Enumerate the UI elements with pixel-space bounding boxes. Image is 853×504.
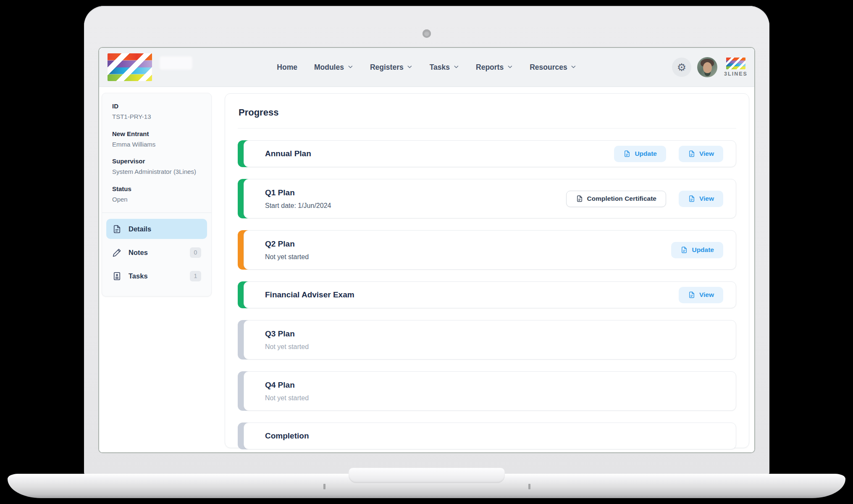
field-value: Open (112, 195, 201, 204)
nav-item-tasks[interactable]: Tasks (430, 63, 459, 72)
base-vent-mark (528, 484, 530, 489)
app-logo (108, 53, 152, 81)
nav-item-home[interactable]: Home (277, 63, 297, 72)
row-title: Annual Plan (265, 149, 311, 158)
chevron-down-icon (453, 63, 459, 72)
detail-field-status: StatusOpen (102, 185, 211, 204)
app-window: HomeModulesRegistersTasksReportsResource… (99, 48, 754, 452)
document-icon (680, 246, 688, 254)
field-value: System Administrator (3Lines) (112, 168, 201, 176)
row-card: Q2 PlanNot yet startedUpdate (244, 230, 736, 270)
laptop-notch (349, 468, 505, 483)
nav-item-label: Modules (314, 63, 344, 72)
sidebar: IDTST1-PRY-13New EntrantEmma WilliamsSup… (99, 87, 225, 452)
update-button[interactable]: Update (614, 146, 666, 162)
divider (238, 128, 736, 129)
document-icon (112, 224, 122, 234)
main-content: Progress Annual PlanUpdateViewQ1 PlanSta… (225, 87, 754, 452)
detail-field-new-entrant: New EntrantEmma Williams (102, 130, 211, 149)
document-icon (688, 291, 696, 299)
row-text: Q1 PlanStart date: 1/Jun/2024 (265, 188, 331, 210)
row-text: Q3 PlanNot yet started (265, 329, 309, 351)
field-label: Supervisor (112, 158, 201, 165)
nav-item-registers[interactable]: Registers (370, 63, 413, 72)
button-label: View (699, 150, 714, 158)
laptop-base (8, 474, 845, 498)
row-text: Financial Adviser Exam (265, 290, 354, 299)
sidebar-item-label: Tasks (129, 272, 148, 280)
progress-row-q4-plan: Q4 PlanNot yet started (238, 371, 736, 411)
brand-3lines: 3LINES (723, 58, 748, 77)
sidebar-item-notes[interactable]: Notes0 (106, 242, 207, 262)
3lines-logo-icon (726, 58, 745, 69)
row-subtitle: Start date: 1/Jun/2024 (265, 202, 331, 210)
view-button[interactable]: View (679, 146, 723, 162)
chevron-down-icon (571, 63, 577, 72)
nav-item-reports[interactable]: Reports (476, 63, 513, 72)
row-subtitle: Not yet started (265, 343, 309, 351)
detail-field-supervisor: SupervisorSystem Administrator (3Lines) (102, 158, 211, 176)
field-label: New Entrant (112, 130, 201, 137)
progress-row-annual-plan: Annual PlanUpdateView (238, 140, 736, 167)
progress-panel: Progress Annual PlanUpdateViewQ1 PlanSta… (225, 93, 749, 448)
row-card: Q3 PlanNot yet started (244, 320, 736, 360)
app-body: IDTST1-PRY-13New EntrantEmma WilliamsSup… (99, 87, 754, 452)
row-title: Q3 Plan (265, 329, 309, 339)
row-buttons: View (679, 287, 723, 303)
progress-row-completion: Completion (238, 423, 736, 449)
row-title: Q2 Plan (265, 239, 309, 249)
view-button[interactable]: View (679, 191, 723, 207)
nav-item-modules[interactable]: Modules (314, 63, 353, 72)
divider (102, 213, 211, 213)
row-card: Completion (244, 423, 736, 449)
document-icon (688, 150, 696, 158)
button-label: View (699, 195, 714, 202)
field-value: TST1-PRY-13 (112, 113, 201, 121)
nav-item-label: Home (277, 63, 297, 72)
row-card: Q4 PlanNot yet started (244, 371, 736, 411)
document-icon (688, 195, 696, 202)
page-title: Progress (239, 107, 736, 118)
webcam-dot (423, 29, 431, 38)
row-title: Q1 Plan (265, 188, 331, 197)
progress-row-q1-plan: Q1 PlanStart date: 1/Jun/2024Completion … (238, 179, 736, 218)
progress-row-financial-adviser-exam: Financial Adviser ExamView (238, 281, 736, 308)
row-text: Q2 PlanNot yet started (265, 239, 309, 261)
nav-item-label: Resources (530, 63, 567, 72)
count-badge: 0 (190, 247, 201, 258)
sidebar-item-label: Details (129, 225, 151, 233)
row-buttons: UpdateView (614, 146, 723, 162)
nav-item-resources[interactable]: Resources (530, 63, 577, 72)
progress-rows: Annual PlanUpdateViewQ1 PlanStart date: … (238, 140, 736, 449)
row-title: Completion (265, 431, 309, 441)
sidebar-item-label: Notes (129, 249, 148, 257)
view-button[interactable]: View (679, 287, 723, 303)
chevron-down-icon (507, 63, 513, 72)
nav-item-label: Tasks (430, 63, 450, 72)
brand-text: 3LINES (724, 71, 748, 77)
sidebar-item-details[interactable]: Details (106, 219, 207, 239)
base-vent-mark (323, 484, 325, 489)
row-card: Q1 PlanStart date: 1/Jun/2024Completion … (244, 179, 736, 218)
row-buttons: Completion CertificateView (566, 191, 723, 207)
completion-certificate-button[interactable]: Completion Certificate (566, 191, 666, 207)
count-badge: 1 (190, 271, 201, 281)
row-text: Annual Plan (265, 149, 311, 158)
detail-field-id: IDTST1-PRY-13 (102, 102, 211, 121)
gear-icon[interactable]: ⚙ (672, 58, 691, 77)
details-card: IDTST1-PRY-13New EntrantEmma WilliamsSup… (102, 93, 212, 297)
row-card: Annual PlanUpdateView (244, 140, 736, 167)
row-card: Financial Adviser ExamView (244, 281, 736, 308)
field-label: Status (112, 185, 201, 192)
button-label: Update (635, 150, 657, 158)
pencil-icon (112, 248, 122, 257)
row-subtitle: Not yet started (265, 253, 309, 261)
laptop-lid: HomeModulesRegistersTasksReportsResource… (84, 6, 769, 475)
update-button[interactable]: Update (671, 242, 723, 258)
row-text: Q4 PlanNot yet started (265, 381, 309, 402)
document-icon (576, 195, 583, 202)
row-subtitle: Not yet started (265, 394, 309, 402)
header-right: ⚙ 3LINES (672, 57, 748, 77)
sidebar-item-tasks[interactable]: Tasks1 (106, 266, 207, 286)
avatar[interactable] (697, 57, 717, 77)
